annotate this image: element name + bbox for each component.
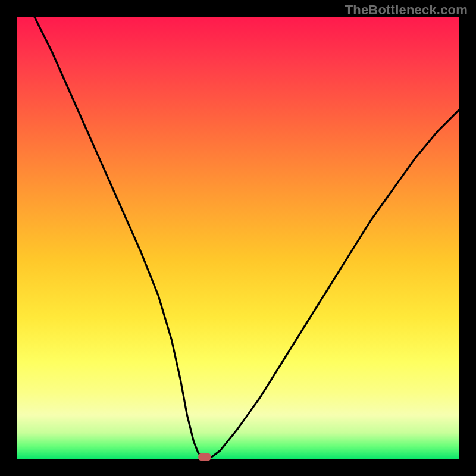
chart-frame: TheBottleneck.com — [0, 0, 476, 476]
bottleneck-curve — [17, 17, 459, 459]
watermark-text: TheBottleneck.com — [345, 2, 468, 18]
optimal-point-marker — [198, 453, 211, 461]
plot-area — [17, 17, 459, 459]
